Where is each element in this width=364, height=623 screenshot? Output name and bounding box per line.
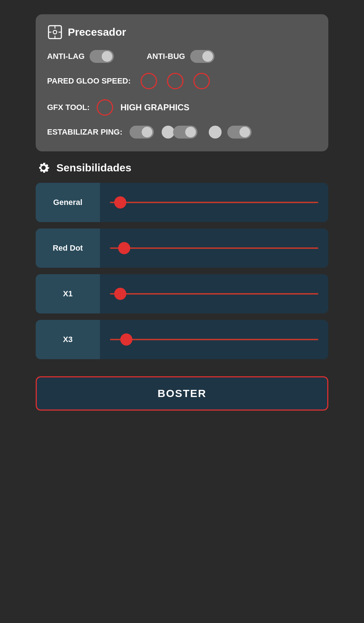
- svg-point-1: [53, 30, 57, 34]
- slider-general-track-box[interactable]: [100, 183, 328, 222]
- pared-gloo-radio-3[interactable]: [193, 73, 210, 89]
- slider-general: General: [36, 183, 328, 222]
- ping-toggles: [130, 126, 252, 139]
- slider-red-dot-thumb[interactable]: [118, 242, 130, 254]
- gfx-row: GFX TOOL: HIGH GRAPHICS: [47, 99, 317, 116]
- slider-general-label: General: [53, 198, 82, 207]
- slider-x1-label-box: X1: [36, 274, 100, 313]
- anti-lag-group: ANTI-LAG: [47, 50, 114, 63]
- precesador-title: Precesador: [68, 26, 126, 38]
- slider-x1-thumb[interactable]: [114, 288, 126, 300]
- slider-x3-thumb[interactable]: [120, 333, 132, 346]
- boster-button[interactable]: BOSTER: [36, 376, 328, 411]
- gear-icon: [36, 160, 51, 176]
- ping-row: ESTABILIZAR PING:: [47, 126, 317, 139]
- anti-lag-label: ANTI-LAG: [47, 52, 85, 61]
- slider-general-track[interactable]: [110, 202, 318, 203]
- slider-red-dot: Red Dot: [36, 228, 328, 268]
- anti-bug-toggle[interactable]: [190, 50, 214, 63]
- high-graphics-label: HIGH GRAPHICS: [120, 102, 189, 112]
- anti-row: ANTI-LAG ANTI-BUG: [47, 50, 317, 63]
- slider-x3-label: X3: [63, 335, 73, 344]
- slider-red-dot-track-box[interactable]: [100, 228, 328, 268]
- slider-x1-track[interactable]: [110, 293, 318, 295]
- slider-red-dot-label: Red Dot: [53, 243, 83, 253]
- anti-bug-group: ANTI-BUG: [147, 50, 214, 63]
- slider-general-label-box: General: [36, 183, 100, 222]
- precesador-header: Precesador: [47, 24, 317, 40]
- pared-gloo-row: PARED GLOO SPEED:: [47, 73, 317, 89]
- gfx-radio[interactable]: [97, 99, 113, 116]
- slider-x1: X1: [36, 274, 328, 313]
- slider-x1-track-box[interactable]: [100, 274, 328, 313]
- slider-general-thumb[interactable]: [114, 196, 126, 208]
- precesador-icon: [47, 24, 63, 40]
- app-container: Precesador ANTI-LAG ANTI-BUG PARED GLOO …: [36, 14, 328, 411]
- ping-circle-1: [162, 126, 175, 139]
- slider-x3-label-box: X3: [36, 320, 100, 359]
- ping-label: ESTABILIZAR PING:: [47, 127, 122, 137]
- slider-red-dot-track[interactable]: [110, 247, 318, 249]
- anti-bug-label: ANTI-BUG: [147, 52, 185, 61]
- sensibilidades-header: Sensibilidades: [36, 160, 328, 176]
- pared-gloo-label: PARED GLOO SPEED:: [47, 76, 131, 86]
- ping-toggle-1[interactable]: [130, 126, 154, 139]
- pared-gloo-radio-2[interactable]: [167, 73, 183, 89]
- precesador-card: Precesador ANTI-LAG ANTI-BUG PARED GLOO …: [36, 14, 328, 151]
- ping-toggle-3[interactable]: [227, 126, 252, 139]
- slider-x3-track[interactable]: [110, 339, 318, 340]
- pared-gloo-radio-1[interactable]: [141, 73, 157, 89]
- sensibilidades-title: Sensibilidades: [56, 162, 131, 174]
- sensibilidades-section: Sensibilidades General Red Dot: [36, 160, 328, 366]
- anti-lag-toggle[interactable]: [90, 50, 114, 63]
- slider-x3: X3: [36, 320, 328, 359]
- slider-x1-label: X1: [63, 289, 73, 298]
- gfx-tool-label: GFX TOOL:: [47, 103, 90, 112]
- slider-x3-track-box[interactable]: [100, 320, 328, 359]
- ping-circle-2: [209, 126, 222, 139]
- slider-red-dot-label-box: Red Dot: [36, 228, 100, 268]
- ping-toggle-2[interactable]: [173, 126, 197, 139]
